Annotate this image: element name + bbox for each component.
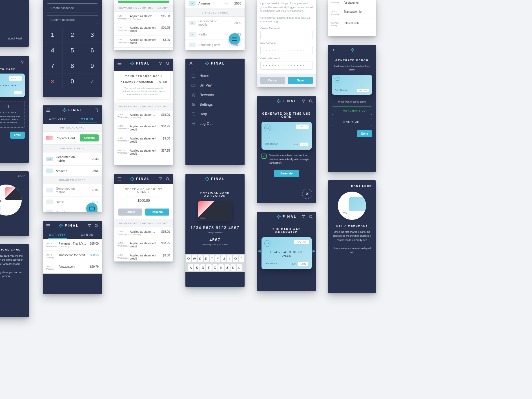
activity-row[interactable]: Mondayfor statemen bbox=[328, 0, 376, 7]
reward-row[interactable]: MAY 29WednesdayApplied as statement cred… bbox=[114, 146, 173, 158]
cancel-button[interactable]: Cancel bbox=[260, 77, 285, 84]
fab-add-card[interactable] bbox=[229, 33, 240, 45]
generate-button[interactable]: Generate bbox=[274, 170, 299, 177]
save-button[interactable]: Save bbox=[288, 77, 313, 84]
menu-icon[interactable] bbox=[117, 61, 122, 66]
menu-home[interactable]: Home bbox=[191, 73, 239, 78]
generate-button[interactable]: Gene bbox=[357, 130, 372, 137]
menu-billpay[interactable]: Bill Pay bbox=[191, 83, 239, 87]
search-icon[interactable] bbox=[308, 99, 313, 104]
redeem-button[interactable]: Redeem bbox=[145, 209, 169, 216]
menu-logout[interactable]: Log Out bbox=[191, 121, 239, 126]
reward-row[interactable]: JUN 2WednesdayApplied as statement credi… bbox=[114, 36, 173, 48]
key-G[interactable]: G bbox=[212, 264, 218, 271]
reward-row[interactable]: JUN 3WednesdayApplied as statement credi… bbox=[114, 23, 173, 36]
key-H[interactable]: H bbox=[218, 264, 223, 271]
filter-icon[interactable] bbox=[87, 223, 92, 228]
menu-icon[interactable] bbox=[46, 223, 51, 228]
menu-settings[interactable]: Settings bbox=[191, 102, 239, 107]
back-icon[interactable]: ‹ bbox=[331, 47, 336, 52]
key-1[interactable]: 1 bbox=[43, 27, 63, 43]
reward-row[interactable]: JUN 2WednesdayApplied as statement credi… bbox=[114, 251, 173, 261]
key-6[interactable]: 6 bbox=[82, 43, 102, 58]
search-icon[interactable] bbox=[94, 108, 99, 113]
key-9[interactable]: 9 bbox=[82, 58, 102, 74]
key-D[interactable]: D bbox=[200, 264, 205, 271]
reward-row[interactable]: JUN 2WednesdayApplied as statement credi… bbox=[114, 134, 173, 146]
generate-button[interactable]: erate bbox=[10, 132, 25, 139]
key-W[interactable]: W bbox=[192, 255, 197, 262]
key-Q[interactable]: Q bbox=[186, 255, 191, 262]
search-icon[interactable] bbox=[165, 61, 170, 66]
cancel-button[interactable]: Cancel bbox=[118, 209, 142, 216]
key-E[interactable]: E bbox=[198, 255, 203, 262]
close-icon[interactable]: ✕ bbox=[188, 61, 193, 66]
key-2[interactable]: 2 bbox=[63, 27, 82, 43]
confirm-passcode-input[interactable]: Confirm passcode bbox=[47, 15, 98, 24]
key-P[interactable]: P bbox=[239, 255, 244, 262]
filter-icon[interactable] bbox=[301, 99, 306, 104]
activity-row[interactable]: JUN 3TuesdayTransaction fee debit$00.95 bbox=[43, 251, 102, 262]
current-password-input[interactable]: • • • • • • • • • • • • • • bbox=[260, 31, 313, 39]
reward-row[interactable]: JUN 4WednesdayApplied as statem…⟳ Pendin… bbox=[114, 110, 173, 122]
key-7[interactable]: 7 bbox=[43, 58, 63, 74]
physical-card-row[interactable]: Physical Card Activate bbox=[43, 132, 102, 145]
activity-row[interactable]: JUN 2MondayTransaction fe bbox=[328, 7, 376, 19]
redeem-amount-input[interactable]: $500.00 bbox=[127, 196, 160, 205]
key-cancel[interactable]: ✕ bbox=[43, 74, 63, 89]
fab-add-card[interactable] bbox=[86, 203, 97, 212]
tab-activity[interactable]: ACTIVITY bbox=[43, 115, 72, 124]
search-icon[interactable] bbox=[308, 214, 313, 219]
key-8[interactable]: 8 bbox=[63, 58, 82, 74]
key-I[interactable]: I bbox=[227, 255, 232, 262]
skip-button[interactable]: SKIP bbox=[18, 174, 25, 177]
menu-help[interactable]: Help bbox=[191, 112, 239, 116]
menu-rewards[interactable]: Rewards bbox=[191, 92, 239, 97]
onetime-checkbox[interactable]: ✓ bbox=[261, 154, 267, 159]
create-passcode-input[interactable]: Create passcode bbox=[47, 3, 98, 12]
key-R[interactable]: R bbox=[204, 255, 209, 262]
close-button[interactable]: ✕ bbox=[302, 189, 312, 199]
key-L[interactable]: L bbox=[237, 264, 242, 271]
choice-merchant-locked[interactable]: MERCHANT-LO bbox=[332, 107, 372, 115]
disabled-card-row[interactable]: x1Generated on mobile···· ···· ····2009 bbox=[185, 17, 245, 29]
key-ok[interactable]: ✓ bbox=[82, 74, 102, 89]
confirm-password-input[interactable]: • • • • • • • • • • • • • • bbox=[260, 61, 313, 70]
search-icon[interactable] bbox=[165, 176, 170, 181]
key-J[interactable]: J bbox=[225, 264, 230, 271]
activity-row[interactable]: JUN 2MondayAmazon.com$20.79 bbox=[43, 262, 102, 274]
new-password-input[interactable]: • • • • • • • • • • • • • • bbox=[260, 46, 313, 54]
next-card-arrow[interactable]: ▶ bbox=[312, 249, 316, 253]
filter-icon[interactable] bbox=[20, 60, 25, 65]
filter-icon[interactable] bbox=[158, 176, 163, 181]
activate-button[interactable]: Activate bbox=[80, 134, 99, 141]
activity-row[interactable]: MAY 29FridayInterest debi bbox=[328, 19, 376, 30]
key-Y[interactable]: Y bbox=[215, 255, 220, 262]
key-F[interactable]: F bbox=[206, 264, 211, 271]
virtual-card-row[interactable]: ∞Amazon···· ···· ····2568 bbox=[185, 0, 245, 9]
reward-row[interactable]: JUN 4WednesdayApplied as statem…⟳ Pendin… bbox=[114, 12, 173, 23]
key-3[interactable]: 3 bbox=[82, 27, 102, 43]
tab-cards[interactable]: CARDS bbox=[72, 115, 102, 124]
key-O[interactable]: O bbox=[233, 255, 238, 262]
tab-activity[interactable]: ACTIVITY bbox=[43, 230, 72, 239]
prev-card-arrow[interactable]: ◀ bbox=[258, 249, 261, 253]
qwerty-keyboard[interactable]: Q W E R T Y U I O P bbox=[185, 254, 245, 263]
menu-icon[interactable] bbox=[46, 108, 51, 113]
about-link[interactable]: about Final bbox=[0, 37, 25, 40]
reward-row[interactable]: JUN 3WednesdayApplied as statement credi… bbox=[114, 239, 173, 251]
activity-row[interactable]: JUN 4WednesdayPayment – Thank Y…⟳ Pendin… bbox=[43, 239, 102, 251]
filter-icon[interactable] bbox=[301, 214, 306, 219]
disabled-card-row[interactable]: x1Generated on mobile···· ···· ····2009 bbox=[43, 184, 102, 197]
choice-onetime[interactable]: ONE-TIME- bbox=[332, 118, 372, 126]
key-K[interactable]: K bbox=[230, 264, 236, 271]
reward-row[interactable]: JUN 3WednesdayApplied as statement credi… bbox=[114, 122, 173, 134]
key-5[interactable]: 5 bbox=[63, 43, 82, 58]
menu-icon[interactable] bbox=[117, 176, 122, 181]
key-T[interactable]: T bbox=[210, 255, 215, 262]
key-A[interactable]: A bbox=[188, 264, 193, 271]
key-0[interactable]: 0 bbox=[63, 74, 82, 89]
reward-row[interactable]: JUN 4WednesdayApplied as statem…⟳ Pendin… bbox=[114, 227, 173, 239]
filter-icon[interactable] bbox=[158, 61, 163, 66]
search-icon[interactable] bbox=[94, 223, 99, 228]
